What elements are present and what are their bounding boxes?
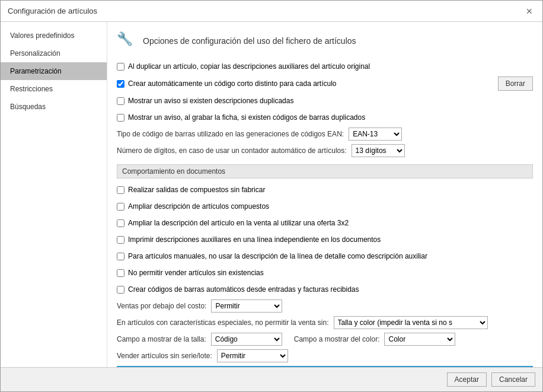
- content-area: Valores predefinidos Personalización Par…: [1, 22, 542, 367]
- label-articulos-manuales[interactable]: Para artículos manuales, no usar la desc…: [117, 252, 427, 260]
- borrar-button[interactable]: Borrar: [498, 77, 533, 91]
- panel-title: Opciones de configuración del uso del fi…: [143, 36, 356, 46]
- checkbox-ampliar-oferta[interactable]: [117, 219, 124, 227]
- checkbox-ampliar-descripcion[interactable]: [117, 203, 124, 211]
- select-tipo-codigo[interactable]: EAN-13 EAN-8 Code128: [349, 128, 402, 141]
- row-talla-color: Campo a mostrar de la talla: Código Desc…: [117, 333, 533, 346]
- row-ventas-costo: Ventas por debajo del costo: Permitir Av…: [117, 299, 533, 313]
- sidebar-item-restricciones[interactable]: Restricciones: [1, 80, 107, 98]
- cancelar-button[interactable]: Cancelar: [491, 372, 535, 387]
- label-duplicar-articulo[interactable]: Al duplicar un artículo, copiar las desc…: [117, 62, 370, 71]
- section-documentos: Comportamiento en documentos: [117, 164, 533, 179]
- row-articulos-manuales: Para artículos manuales, no usar la desc…: [117, 250, 533, 263]
- row-aviso-duplicadas: Mostrar un aviso si existen descripcione…: [117, 94, 533, 107]
- label-imprimir-descripciones[interactable]: Imprimir descripciones auxiliares en una…: [117, 235, 381, 244]
- checkbox-aviso-duplicadas[interactable]: [117, 97, 124, 105]
- aceptar-button[interactable]: Aceptar: [447, 372, 487, 387]
- label-no-permitir-vender[interactable]: No permitir vender artículos sin existen…: [117, 269, 264, 277]
- label-realizar-salidas[interactable]: Realizar salidas de compuestos sin fabri…: [117, 186, 265, 194]
- sidebar-item-valores-predefinidos[interactable]: Valores predefinidos: [1, 27, 107, 44]
- checkbox-articulos-manuales[interactable]: [117, 253, 124, 260]
- dialog: Configuración de artículos ✕ Valores pre…: [0, 0, 543, 392]
- row-duplicar-articulo: Al duplicar un artículo, copiar las desc…: [117, 60, 533, 73]
- select-num-digitos[interactable]: 13 dígitos 8 dígitos: [352, 144, 405, 157]
- label-serie-lote: Vender artículos sin serie/lote:: [117, 352, 212, 360]
- label-ampliar-oferta[interactable]: Ampliar la descripción del artículo en l…: [117, 219, 349, 227]
- row-aviso-codigos: Mostrar un aviso, al grabar la ficha, si…: [117, 111, 533, 124]
- label-num-digitos: Número de dígitos, en caso de usar un co…: [117, 146, 347, 155]
- select-campo-color[interactable]: Color Código Descripción: [384, 333, 455, 346]
- dialog-footer: Aceptar Cancelar: [1, 367, 542, 391]
- label-ampliar-descripcion[interactable]: Ampliar descripción de artículos compues…: [117, 202, 269, 211]
- main-panel: 🔧 Opciones de configuración del uso del …: [107, 22, 542, 367]
- settings-icon: 🔧: [117, 31, 136, 50]
- select-serie-lote[interactable]: Permitir Avisar No permitir: [217, 349, 288, 362]
- row-no-permitir-vender: No permitir vender artículos sin existen…: [117, 266, 533, 279]
- row-realizar-salidas: Realizar salidas de compuestos sin fabri…: [117, 183, 533, 196]
- row-ampliar-descripcion: Ampliar descripción de artículos compues…: [117, 200, 533, 213]
- label-campo-color: Campo a mostrar del color:: [294, 335, 380, 343]
- row-tipo-codigo: Tipo de código de barras utilizado en la…: [117, 128, 533, 141]
- select-ventas-costo[interactable]: Permitir Avisar No permitir: [211, 299, 282, 313]
- label-crear-codigos-barras[interactable]: Crear códigos de barras automáticos desd…: [117, 285, 359, 294]
- sidebar-item-personalizacion[interactable]: Personalización: [1, 44, 107, 62]
- checkbox-imprimir-descripciones[interactable]: [117, 236, 124, 244]
- row-imprimir-descripciones: Imprimir descripciones auxiliares en una…: [117, 233, 533, 246]
- label-campo-talla: Campo a mostrar de la talla:: [117, 335, 206, 343]
- label-aviso-codigos[interactable]: Mostrar un aviso, al grabar la ficha, si…: [117, 113, 365, 122]
- label-aviso-duplicadas[interactable]: Mostrar un aviso si existen descripcione…: [117, 97, 293, 105]
- close-button[interactable]: ✕: [523, 5, 535, 17]
- sidebar-item-parametrizacion[interactable]: Parametrización: [1, 62, 107, 80]
- select-articulos-especiales[interactable]: Talla y color (impedir la venta si no s …: [334, 316, 488, 329]
- title-bar: Configuración de artículos ✕: [1, 1, 542, 22]
- row-articulos-especiales: En artículos con características especia…: [117, 316, 533, 329]
- dialog-title: Configuración de artículos: [8, 7, 97, 15]
- checkbox-no-permitir-vender[interactable]: [117, 269, 124, 277]
- row-dimensiones: Utilizar las dimensiones del artículo co…: [117, 366, 533, 367]
- checkbox-crear-codigo[interactable]: [117, 80, 124, 88]
- row-serie-lote: Vender artículos sin serie/lote: Permiti…: [117, 349, 533, 362]
- label-ventas-costo: Ventas por debajo del costo:: [117, 302, 206, 310]
- sidebar-item-busquedas[interactable]: Búsquedas: [1, 98, 107, 116]
- row-num-digitos: Número de dígitos, en caso de usar un co…: [117, 144, 533, 157]
- checkbox-aviso-codigos[interactable]: [117, 114, 124, 122]
- row-crear-codigo: Crear automáticamente un código corto di…: [117, 77, 533, 91]
- label-crear-codigo[interactable]: Crear automáticamente un código corto di…: [117, 79, 337, 88]
- label-articulos-especiales: En artículos con características especia…: [117, 318, 329, 327]
- checkbox-realizar-salidas[interactable]: [117, 186, 124, 194]
- label-tipo-codigo: Tipo de código de barras utilizado en la…: [117, 130, 344, 138]
- row-crear-codigos-barras: Crear códigos de barras automáticos desd…: [117, 283, 533, 296]
- select-campo-talla[interactable]: Código Descripción: [211, 333, 282, 346]
- sidebar: Valores predefinidos Personalización Par…: [1, 22, 107, 367]
- row-ampliar-oferta: Ampliar la descripción del artículo en l…: [117, 216, 533, 230]
- checkbox-crear-codigos-barras[interactable]: [117, 286, 124, 294]
- panel-header: 🔧 Opciones de configuración del uso del …: [117, 31, 533, 50]
- checkbox-duplicar-articulo[interactable]: [117, 63, 124, 71]
